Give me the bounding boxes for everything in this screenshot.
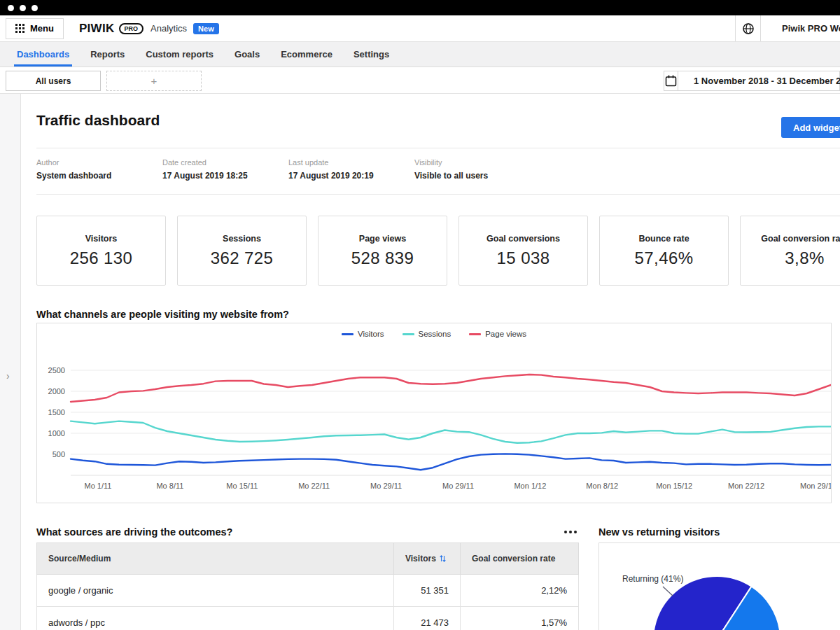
- tab-settings[interactable]: Settings: [354, 42, 389, 66]
- sources-table: Source/Medium Visitors: [36, 542, 579, 630]
- column-header-source-medium[interactable]: Source/Medium: [37, 543, 394, 575]
- pie-callout-label: Returning (41%): [622, 574, 683, 584]
- window-control-dot[interactable]: [8, 5, 14, 11]
- kpi-value: 3,8%: [785, 248, 824, 268]
- meta-label: Date created: [162, 158, 288, 167]
- legend-label: Sessions: [419, 330, 451, 338]
- date-range-picker[interactable]: 1 November 2018 - 31 December 2018: [664, 71, 840, 91]
- meta-last-update: Last update 17 August 2019 20:19: [288, 158, 414, 181]
- add-segment-tab-button[interactable]: +: [106, 71, 202, 91]
- legend-item[interactable]: Sessions: [402, 330, 451, 338]
- kpi-card-visitors: Visitors 256 130: [36, 216, 166, 286]
- meta-value: Visible to all users: [414, 171, 540, 181]
- pie-chart-container: Returning (41%): [598, 542, 840, 630]
- meta-visibility: Visibility Visible to all users: [414, 158, 540, 181]
- table-row: google / organic 51 351 2,12%: [37, 575, 579, 607]
- date-range-text: 1 November 2018 - 31 December 2018: [678, 71, 840, 90]
- svg-text:2000: 2000: [48, 387, 65, 396]
- chart-legend: VisitorsSessionsPage views: [37, 330, 831, 338]
- legend-label: Visitors: [358, 330, 384, 338]
- dashboard-meta: Author System dashboard Date created 17 …: [36, 148, 840, 194]
- kpi-card-sessions: Sessions 362 725: [177, 216, 307, 286]
- meta-value: System dashboard: [36, 171, 162, 181]
- site-selector[interactable]: Piwik PRO Website: [735, 15, 840, 41]
- sidebar-collapse-rail: ›: [0, 94, 21, 630]
- dashboard-main: Traffic dashboard Add widget Author Syst…: [21, 94, 840, 630]
- kpi-card-bounce-rate: Bounce rate 57,46%: [599, 216, 729, 286]
- column-header-goal-conversion-rate[interactable]: Goal conversion rate: [461, 543, 579, 575]
- column-header-visitors[interactable]: Visitors: [394, 543, 461, 575]
- kpi-value: 57,46%: [635, 248, 694, 268]
- page-title: Traffic dashboard: [36, 112, 840, 129]
- table-row: adwords / ppc 21 473 1,57%: [37, 607, 579, 630]
- dashboard-toolbar: All users + 1 November 2018 - 31 Decembe…: [0, 67, 840, 94]
- kpi-label: Goal conversions: [486, 234, 560, 244]
- svg-text:Mo 29/11: Mo 29/11: [370, 482, 402, 490]
- kpi-value: 528 839: [351, 248, 414, 268]
- channels-chart-widget: VisitorsSessionsPage views 5001000150020…: [36, 323, 832, 503]
- main-nav: Dashboards Reports Custom reports Goals …: [0, 42, 840, 67]
- tab-dashboards[interactable]: Dashboards: [17, 42, 69, 66]
- legend-item[interactable]: Visitors: [342, 330, 384, 338]
- globe-icon: [736, 15, 761, 41]
- cell-source: google / organic: [37, 575, 394, 607]
- kpi-value: 362 725: [211, 248, 274, 268]
- svg-text:Mo 22/11: Mo 22/11: [298, 482, 330, 490]
- app-header: Menu PIWIK PRO Analytics New Piwik PRO W…: [0, 15, 840, 42]
- svg-text:Mo 29/11: Mo 29/11: [442, 482, 474, 490]
- expand-sidebar-chevron[interactable]: ›: [6, 371, 10, 381]
- legend-label: Page views: [485, 330, 526, 338]
- meta-value: 17 August 2019 20:19: [288, 171, 414, 181]
- kpi-value: 256 130: [70, 248, 133, 268]
- kpi-value: 15 038: [497, 248, 550, 268]
- cell-source: adwords / ppc: [37, 607, 394, 630]
- kpi-label: Sessions: [223, 234, 261, 244]
- legend-swatch: [469, 333, 481, 335]
- meta-value: 17 August 2019 18:25: [162, 171, 288, 181]
- product-name: Analytics: [150, 23, 187, 34]
- tab-goals[interactable]: Goals: [234, 42, 260, 66]
- kpi-card-page-views: Page views 528 839: [318, 216, 447, 286]
- tab-custom-reports[interactable]: Custom reports: [146, 42, 214, 66]
- meta-date-created: Date created 17 August 2019 18:25: [162, 158, 288, 181]
- svg-text:Mo 15/11: Mo 15/11: [226, 482, 258, 490]
- meta-label: Visibility: [414, 158, 540, 167]
- window-control-dot[interactable]: [31, 5, 38, 11]
- new-vs-returning-widget: New vs returning visitors Returning (41%…: [598, 524, 840, 630]
- cell-goal-rate: 2,12%: [461, 575, 579, 607]
- meta-label: Author: [36, 158, 162, 167]
- window-titlebar: [0, 0, 840, 15]
- widget-menu-button[interactable]: [563, 527, 578, 537]
- kpi-label: Visitors: [85, 234, 118, 244]
- kpi-cards: Visitors 256 130 Sessions 362 725 Page v…: [36, 216, 840, 286]
- kpi-label: Goal conversion rate: [761, 234, 840, 244]
- menu-button[interactable]: Menu: [6, 18, 64, 39]
- pie-chart: [599, 543, 840, 630]
- kpi-label: Bounce rate: [638, 234, 689, 244]
- cell-visitors: 51 351: [394, 575, 461, 607]
- menu-button-label: Menu: [30, 23, 54, 34]
- svg-text:2500: 2500: [48, 366, 65, 374]
- svg-text:Mon 8/12: Mon 8/12: [586, 482, 618, 490]
- add-widget-button[interactable]: Add widget: [781, 117, 840, 138]
- window-control-dot[interactable]: [20, 5, 26, 11]
- svg-text:Mon 29/12: Mon 29/12: [800, 482, 831, 490]
- tab-ecommerce[interactable]: Ecommerce: [281, 42, 332, 66]
- meta-label: Last update: [288, 158, 414, 167]
- svg-text:Mon 1/12: Mon 1/12: [514, 482, 546, 490]
- legend-swatch: [402, 333, 414, 335]
- divider: [36, 194, 840, 195]
- meta-author: Author System dashboard: [36, 158, 162, 181]
- legend-swatch: [342, 333, 354, 335]
- brand-name: PIWIK: [79, 22, 115, 36]
- segment-tab-all-users[interactable]: All users: [6, 71, 101, 91]
- content-area: › Traffic dashboard Add widget Author Sy…: [0, 94, 840, 630]
- kpi-card-goal-conversions: Goal conversions 15 038: [458, 216, 588, 286]
- sources-widget: What sources are driving the outcomes? S…: [36, 524, 578, 630]
- svg-text:Mo 8/11: Mo 8/11: [156, 482, 183, 490]
- legend-item[interactable]: Page views: [469, 330, 526, 338]
- tab-reports[interactable]: Reports: [90, 42, 125, 66]
- sources-widget-title: What sources are driving the outcomes?: [36, 526, 232, 538]
- cell-visitors: 21 473: [394, 607, 461, 630]
- bottom-widgets: What sources are driving the outcomes? S…: [36, 524, 840, 630]
